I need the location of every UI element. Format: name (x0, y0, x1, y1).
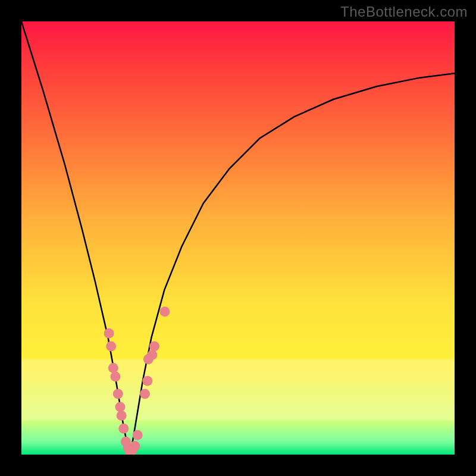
marker-point (133, 430, 143, 440)
marker-point (147, 350, 157, 360)
marker-point (104, 328, 114, 339)
attribution-text: TheBottleneck.com (340, 4, 468, 20)
plot-area (21, 21, 455, 455)
marker-point (108, 363, 118, 373)
marker-point (130, 441, 140, 451)
marker-point (118, 424, 129, 434)
marker-point (113, 389, 123, 399)
chart-svg (21, 21, 455, 455)
marker-point (115, 402, 125, 412)
marker-point (159, 306, 170, 317)
highlight-band (21, 359, 455, 420)
marker-point (117, 411, 127, 421)
marker-point (140, 389, 150, 399)
marker-point (106, 342, 116, 352)
marker-point (149, 342, 159, 352)
marker-point (110, 371, 120, 381)
marker-point (142, 376, 152, 386)
